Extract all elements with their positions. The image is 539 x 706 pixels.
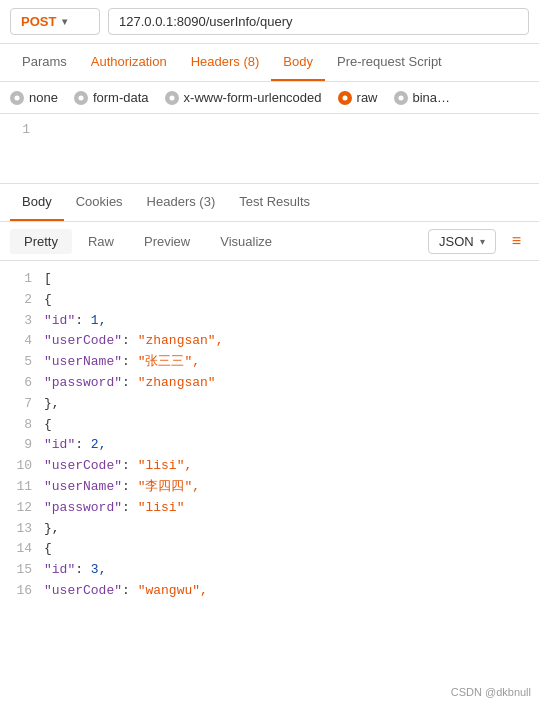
code-line: 8 { [4, 415, 535, 436]
code-line: 12 "password": "lisi" [4, 498, 535, 519]
format-pretty[interactable]: Pretty [10, 229, 72, 254]
radio-binary-circle [394, 91, 408, 105]
line-content: }, [44, 394, 60, 415]
line-number: 6 [8, 373, 36, 394]
radio-binary-label: bina… [413, 90, 451, 105]
radio-form-data-label: form-data [93, 90, 149, 105]
line-content: "id": 1, [44, 311, 106, 332]
request-tabs: Params Authorization Headers (8) Body Pr… [0, 44, 539, 82]
radio-urlencoded[interactable]: x-www-form-urlencoded [165, 90, 322, 105]
code-line: 16 "userCode": "wangwu", [4, 581, 535, 602]
response-tab-test-results[interactable]: Test Results [227, 184, 322, 221]
body-type-row: none form-data x-www-form-urlencoded raw… [0, 82, 539, 114]
line-content: "id": 3, [44, 560, 106, 581]
radio-binary[interactable]: bina… [394, 90, 451, 105]
format-raw[interactable]: Raw [74, 229, 128, 254]
code-line: 9 "id": 2, [4, 435, 535, 456]
line-content: { [44, 539, 52, 560]
tab-pre-request[interactable]: Pre-request Script [325, 44, 454, 81]
line-content: "userName": "张三三", [44, 352, 200, 373]
line-number: 16 [8, 581, 36, 602]
line-number: 5 [8, 352, 36, 373]
tab-headers[interactable]: Headers (8) [179, 44, 272, 81]
line-number: 13 [8, 519, 36, 540]
request-editor[interactable]: 1 [0, 114, 539, 184]
code-line: 4 "userCode": "zhangsan", [4, 331, 535, 352]
radio-urlencoded-label: x-www-form-urlencoded [184, 90, 322, 105]
radio-none-label: none [29, 90, 58, 105]
line-content: [ [44, 269, 52, 290]
radio-raw-circle [338, 91, 352, 105]
line-content: "userCode": "zhangsan", [44, 331, 223, 352]
line-content: "password": "zhangsan" [44, 373, 216, 394]
watermark: CSDN @dkbnull [451, 686, 531, 698]
line-number: 8 [8, 415, 36, 436]
line-number: 12 [8, 498, 36, 519]
radio-urlencoded-circle [165, 91, 179, 105]
code-line: 6 "password": "zhangsan" [4, 373, 535, 394]
code-line: 13 }, [4, 519, 535, 540]
method-label: POST [21, 14, 56, 29]
code-line: 2 { [4, 290, 535, 311]
filter-button[interactable]: ≡ [504, 228, 529, 254]
format-preview[interactable]: Preview [130, 229, 204, 254]
line-number: 11 [8, 477, 36, 498]
line-content: "id": 2, [44, 435, 106, 456]
method-selector[interactable]: POST ▾ [10, 8, 100, 35]
format-right: JSON ▾ ≡ [428, 228, 529, 254]
editor-line-1: 1 [10, 122, 529, 137]
line-number: 14 [8, 539, 36, 560]
format-bar: Pretty Raw Preview Visualize JSON ▾ ≡ [0, 222, 539, 261]
line-number: 2 [8, 290, 36, 311]
response-tab-headers[interactable]: Headers (3) [135, 184, 228, 221]
line-number: 3 [8, 311, 36, 332]
line-number: 10 [8, 456, 36, 477]
response-tab-body[interactable]: Body [10, 184, 64, 221]
line-number: 15 [8, 560, 36, 581]
code-line: 5 "userName": "张三三", [4, 352, 535, 373]
filter-icon: ≡ [512, 232, 521, 249]
line-number: 4 [8, 331, 36, 352]
line-content: "userCode": "lisi", [44, 456, 192, 477]
tab-body[interactable]: Body [271, 44, 325, 81]
radio-form-data[interactable]: form-data [74, 90, 149, 105]
json-type-selector[interactable]: JSON ▾ [428, 229, 496, 254]
code-line: 11 "userName": "李四四", [4, 477, 535, 498]
response-body: 1[2 {3 "id": 1,4 "userCode": "zhangsan",… [0, 261, 539, 610]
line-content: { [44, 415, 52, 436]
line-content: { [44, 290, 52, 311]
line-content: "password": "lisi" [44, 498, 184, 519]
line-content: "userName": "李四四", [44, 477, 200, 498]
radio-raw[interactable]: raw [338, 90, 378, 105]
radio-none[interactable]: none [10, 90, 58, 105]
format-visualize[interactable]: Visualize [206, 229, 286, 254]
request-bar: POST ▾ [0, 0, 539, 44]
code-line: 1[ [4, 269, 535, 290]
method-chevron: ▾ [62, 16, 67, 27]
line-number: 9 [8, 435, 36, 456]
json-type-chevron: ▾ [480, 236, 485, 247]
radio-none-circle [10, 91, 24, 105]
url-input[interactable] [108, 8, 529, 35]
tab-authorization[interactable]: Authorization [79, 44, 179, 81]
line-content: "userCode": "wangwu", [44, 581, 208, 602]
code-line: 10 "userCode": "lisi", [4, 456, 535, 477]
radio-raw-label: raw [357, 90, 378, 105]
code-line: 15 "id": 3, [4, 560, 535, 581]
line-number: 7 [8, 394, 36, 415]
line-content: }, [44, 519, 60, 540]
code-line: 14 { [4, 539, 535, 560]
response-tabs: Body Cookies Headers (3) Test Results [0, 184, 539, 222]
json-type-label: JSON [439, 234, 474, 249]
code-line: 7 }, [4, 394, 535, 415]
editor-line-num-1: 1 [10, 122, 30, 137]
response-tab-cookies[interactable]: Cookies [64, 184, 135, 221]
tab-params[interactable]: Params [10, 44, 79, 81]
radio-form-data-circle [74, 91, 88, 105]
code-line: 3 "id": 1, [4, 311, 535, 332]
line-number: 1 [8, 269, 36, 290]
